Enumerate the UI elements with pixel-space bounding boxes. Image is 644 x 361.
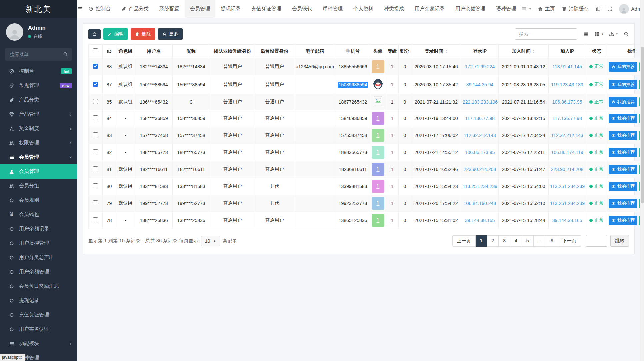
login-ip-link[interactable]: 117.136.77.98 (465, 116, 495, 121)
login-ip-link[interactable]: 223.90.214.208 (464, 167, 496, 172)
row-checkbox[interactable] (93, 166, 98, 171)
table-search-input[interactable] (515, 28, 577, 40)
sidebar-item-充值凭证管理[interactable]: 充值凭证管理 (0, 308, 77, 322)
pagination-page-4[interactable]: 4 (510, 235, 522, 247)
tab-种类提成[interactable]: 种类提成 (379, 0, 409, 18)
pagination-page-2[interactable]: 2 (487, 235, 499, 247)
scrollbar-track[interactable] (640, 0, 644, 361)
sidebar-item-权限管理[interactable]: 权限管理‹ (0, 136, 77, 150)
join-ip-link[interactable]: 223.90.214.208 (551, 167, 583, 172)
tab-用户余额管理[interactable]: 用户余额管理 (450, 0, 491, 18)
page-jump-input[interactable] (586, 235, 607, 247)
join-ip-link[interactable]: 113.251.234.239 (550, 184, 585, 189)
sidebar-item-用户质押管理[interactable]: 用户质押管理 (0, 236, 77, 250)
my-referral-button[interactable]: 我的推荐 (609, 216, 637, 225)
sidebar-item-会员分组[interactable]: 会员分组 (0, 179, 77, 193)
refresh-button[interactable] (88, 29, 101, 39)
sidebar-toggle-button[interactable] (77, 0, 83, 18)
delete-button[interactable]: 删除 (131, 28, 155, 40)
my-referral-button[interactable]: 我的推荐 (609, 131, 637, 140)
my-referral-button[interactable]: 我的推荐 (609, 97, 637, 107)
row-checkbox[interactable] (93, 99, 98, 104)
columns-button[interactable]: ▾ (595, 31, 603, 37)
tab-币种管理[interactable]: 币种管理 (317, 0, 348, 18)
nav-menu-dropdown[interactable]: ▾ (521, 6, 531, 11)
page-jump-button[interactable]: 跳转 (610, 235, 629, 247)
row-checkbox[interactable] (93, 183, 98, 188)
sidebar-item-会员规则[interactable]: 会员规则 (0, 193, 77, 207)
sidebar-search-input[interactable] (5, 48, 72, 61)
pagination-page-3[interactable]: 3 (499, 235, 510, 247)
my-referral-button[interactable]: 我的推荐 (609, 182, 637, 191)
sidebar-item-用户余额管理[interactable]: 用户余额管理 (0, 265, 77, 279)
copy-button[interactable] (596, 6, 601, 11)
row-checkbox[interactable] (93, 132, 98, 137)
join-ip-link[interactable]: 117.136.77.98 (552, 116, 582, 121)
login-ip-link[interactable]: 113.251.234.239 (463, 184, 497, 189)
select-all-checkbox[interactable] (93, 48, 98, 53)
sidebar-item-提现记录[interactable]: 提现记录 (0, 293, 77, 308)
sidebar-item-产品分类[interactable]: 产品分类 (0, 93, 77, 107)
fullscreen-button[interactable] (607, 6, 612, 11)
tab-产品分类[interactable]: 产品分类 (116, 0, 154, 18)
sidebar-item-会员每日奖励汇总[interactable]: 会员每日奖励汇总 (0, 279, 77, 293)
sidebar-item-用户余额记录[interactable]: 用户余额记录 (0, 222, 77, 236)
my-referral-button[interactable]: 我的推荐 (609, 148, 637, 157)
sidebar-item-用户实名认证[interactable]: 用户实名认证 (0, 322, 77, 336)
edit-button[interactable]: 编辑 (103, 28, 128, 40)
pagination-page-...[interactable]: ... (534, 235, 547, 247)
row-checkbox[interactable] (93, 115, 98, 120)
join-ip-link[interactable]: 112.32.212.143 (551, 133, 583, 138)
login-ip-link[interactable]: 89.144.35.94 (466, 82, 494, 87)
row-checkbox[interactable] (93, 149, 98, 154)
login-ip-link[interactable]: 106.84.190.243 (464, 201, 496, 206)
login-ip-link[interactable]: 172.71.99.224 (465, 64, 495, 69)
join-ip-link[interactable]: 113.251.234.239 (550, 201, 585, 206)
join-ip-link[interactable]: 39.144.38.165 (552, 218, 582, 223)
tab-会员钱包[interactable]: 会员钱包 (287, 0, 317, 18)
my-referral-button[interactable]: 我的推荐 (609, 199, 637, 208)
tab-充值凭证管理[interactable]: 充值凭证管理 (246, 0, 287, 18)
pagination-page-9[interactable]: 9 (546, 235, 558, 247)
row-checkbox[interactable] (93, 217, 98, 222)
row-checkbox[interactable] (93, 82, 98, 87)
join-ip-link[interactable]: 106.86.173.95 (552, 99, 582, 105)
tab-提现记录[interactable]: 提现记录 (215, 0, 246, 18)
sidebar-item-会员钱包[interactable]: ¥会员钱包 (0, 207, 77, 222)
sidebar-item-用户分类总产出[interactable]: 用户分类总产出 (0, 250, 77, 265)
tab-系统配置[interactable]: 系统配置 (154, 0, 185, 18)
login-ip-link[interactable]: 106.86.173.95 (465, 150, 495, 155)
tab-语种管理[interactable]: 语种管理 (491, 0, 521, 18)
row-checkbox[interactable] (93, 64, 98, 69)
home-button[interactable]: 主页 (538, 6, 555, 12)
page-size-select[interactable]: 10▲ (201, 236, 220, 246)
pagination-page-1[interactable]: 1 (476, 235, 487, 247)
my-referral-button[interactable]: 我的推荐 (609, 114, 637, 123)
pagination-page-5[interactable]: 5 (522, 235, 534, 247)
join-ip-link[interactable]: 113.91.41.145 (552, 64, 582, 69)
pagination-prev[interactable]: 上一页 (452, 235, 476, 247)
fullscreen-table-button[interactable] (624, 31, 629, 37)
column-header-登录时间[interactable]: 登录时间▲▼ (411, 45, 461, 58)
pagination-next[interactable]: 下一页 (558, 235, 581, 247)
my-referral-button[interactable]: 我的推荐 (609, 80, 637, 89)
login-ip-link[interactable]: 112.32.212.143 (464, 133, 496, 138)
export-button[interactable]: ▾ (609, 31, 618, 37)
join-ip-link[interactable]: 119.123.43.133 (551, 82, 583, 87)
sidebar-item-功能模块[interactable]: 功能模块‹ (0, 336, 77, 351)
sidebar-item-会员管理[interactable]: 会员管理 (0, 164, 77, 179)
sidebar-item-控制台[interactable]: 控制台hot (0, 64, 77, 78)
tab-用户余额记录[interactable]: 用户余额记录 (409, 0, 450, 18)
tab-控制台[interactable]: 控制台 (83, 0, 116, 18)
toggle-view-button[interactable] (583, 31, 589, 37)
login-ip-link[interactable]: 39.144.38.165 (465, 218, 495, 223)
sidebar-item-产品管理[interactable]: 产品管理‹ (0, 107, 77, 121)
my-referral-button[interactable]: 我的推荐 (609, 165, 637, 174)
login-ip-link[interactable]: 222.183.233.106 (463, 99, 498, 105)
column-header-加入时间[interactable]: 加入时间▲▼ (499, 45, 549, 58)
tab-会员管理[interactable]: 会员管理 (185, 0, 215, 18)
sidebar-item-常规管理[interactable]: 常规管理new (0, 78, 77, 93)
row-checkbox[interactable] (93, 200, 98, 205)
sidebar-item-奖金制度[interactable]: 奖金制度‹ (0, 121, 77, 136)
join-ip-link[interactable]: 106.86.174.119 (551, 150, 583, 155)
